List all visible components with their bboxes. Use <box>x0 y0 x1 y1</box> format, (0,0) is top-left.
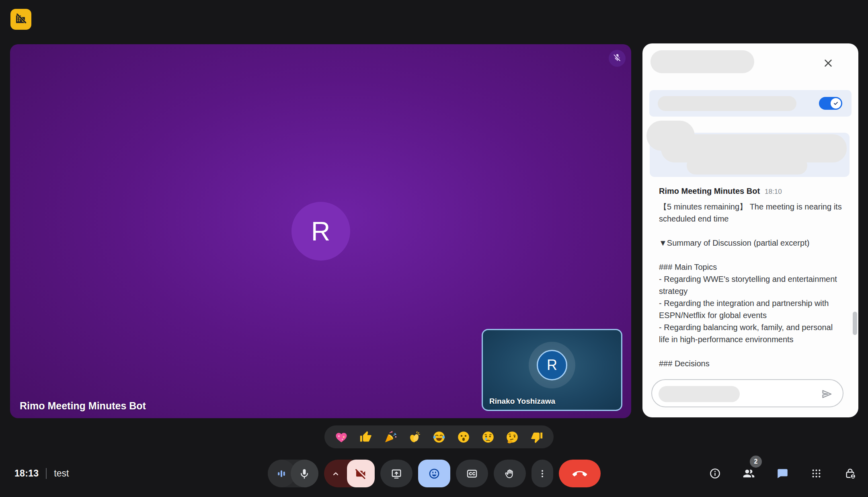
extension-overlay-button[interactable] <box>10 9 31 30</box>
panel-setting-row <box>649 90 852 117</box>
avatar-letter: R <box>311 216 330 246</box>
close-panel-button[interactable] <box>821 56 835 70</box>
reactions-bar <box>324 425 554 448</box>
setting-toggle-switch[interactable] <box>819 97 842 110</box>
thinking-face-icon <box>505 430 519 444</box>
meet-app-window: R Rimo Meeting Minutes Bot R Rinako Yosh… <box>0 0 868 497</box>
people-icon <box>742 467 755 480</box>
lock-person-icon <box>844 467 856 480</box>
activities-button[interactable] <box>808 465 825 482</box>
more-options-button[interactable] <box>531 460 553 487</box>
redacted-composer-placeholder <box>659 386 740 402</box>
present-screen-button[interactable] <box>380 460 412 487</box>
end-call-icon <box>573 466 587 481</box>
send-message-button[interactable] <box>820 387 834 401</box>
reactions-button[interactable] <box>418 460 450 487</box>
video-tile-self[interactable]: R Rinako Yoshizawa <box>482 329 622 411</box>
smiley-icon <box>428 467 441 480</box>
redacted-panel-subtitle <box>658 63 734 73</box>
mic-off-icon <box>612 53 622 64</box>
camera-control <box>324 460 375 487</box>
participant-name-label: Rinako Yoshizawa <box>489 397 555 406</box>
sparkling-heart-icon <box>334 430 349 444</box>
reaction-thumbs-down-button[interactable] <box>529 429 544 445</box>
present-screen-icon <box>390 468 402 480</box>
chat-composer[interactable] <box>651 379 843 407</box>
avatar: R <box>291 202 350 261</box>
clapping-hands-icon <box>407 430 422 444</box>
send-icon <box>821 388 833 400</box>
reaction-surprised-face-button[interactable] <box>456 429 471 445</box>
raise-hand-icon <box>504 468 516 480</box>
chat-button[interactable] <box>774 465 791 482</box>
divider <box>46 468 47 479</box>
side-panel: Rimo Meeting Minutes Bot 18:10 【5 minute… <box>642 43 858 417</box>
meeting-details-button[interactable] <box>706 465 723 482</box>
waveform-icon <box>275 468 287 480</box>
surprised-face-icon <box>456 430 471 444</box>
people-button[interactable]: 2 <box>740 465 757 482</box>
thumbs-down-icon <box>530 430 544 444</box>
microphone-icon <box>298 468 310 480</box>
panel-info-card <box>650 133 850 177</box>
microphone-control <box>268 460 318 487</box>
meeting-name: test <box>54 468 69 479</box>
camera-off-button[interactable] <box>347 460 375 487</box>
face-with-tears-of-joy-icon <box>432 430 446 444</box>
more-options-icon <box>537 468 548 479</box>
apps-grid-icon <box>811 468 822 479</box>
message-timestamp: 18:10 <box>765 188 782 196</box>
message-body: 【5 minutes remaining】 The meeting is nea… <box>659 201 843 370</box>
captions-button[interactable] <box>456 460 488 487</box>
message-author: Rimo Meeting Minutes Bot <box>659 187 760 196</box>
chat-message-header: Rimo Meeting Minutes Bot 18:10 <box>659 187 843 196</box>
check-icon <box>833 100 839 107</box>
mute-microphone-button[interactable] <box>291 460 318 487</box>
reaction-thinking-face-button[interactable] <box>505 429 520 445</box>
clock: 18:13 <box>14 468 39 479</box>
avatar-letter: R <box>547 357 557 374</box>
raise-hand-button[interactable] <box>494 460 526 487</box>
call-controls-toolbar <box>268 460 601 487</box>
participant-name-label: Rimo Meeting Minutes Bot <box>20 400 146 412</box>
chat-message: Rimo Meeting Minutes Bot 18:10 【5 minute… <box>659 187 843 370</box>
reaction-face-with-tears-of-joy-button[interactable] <box>431 429 447 445</box>
status-bar: 18:13 test <box>14 460 69 487</box>
reaction-crying-face-button[interactable] <box>480 429 496 445</box>
party-popper-icon <box>383 430 398 444</box>
close-icon <box>822 57 834 69</box>
redacted-card-content <box>687 157 807 175</box>
crying-face-icon <box>481 430 495 444</box>
thumbs-up-icon <box>359 430 373 444</box>
captions-icon <box>466 468 478 480</box>
chevron-up-icon <box>330 468 341 479</box>
chat-icon <box>776 467 789 480</box>
video-tile-main[interactable]: R Rimo Meeting Minutes Bot R Rinako Yosh… <box>10 44 631 418</box>
reaction-clapping-hands-button[interactable] <box>407 429 422 445</box>
camera-off-icon <box>354 467 367 480</box>
end-call-button[interactable] <box>559 460 601 487</box>
reaction-sparkling-heart-button[interactable] <box>334 429 349 445</box>
meeting-panels-controls: 2 <box>706 460 858 487</box>
info-icon <box>709 467 721 480</box>
participants-count-badge: 2 <box>750 456 762 468</box>
panel-scrollbar-thumb[interactable] <box>853 312 857 335</box>
redacted-setting-label <box>658 96 796 111</box>
mic-muted-badge <box>609 50 626 67</box>
toggle-knob <box>831 98 841 109</box>
reaction-thumbs-up-button[interactable] <box>358 429 373 445</box>
avatar: R <box>537 350 567 380</box>
building-disabled-icon <box>14 12 28 27</box>
host-controls-button[interactable] <box>841 465 858 482</box>
reaction-party-popper-button[interactable] <box>383 429 398 445</box>
